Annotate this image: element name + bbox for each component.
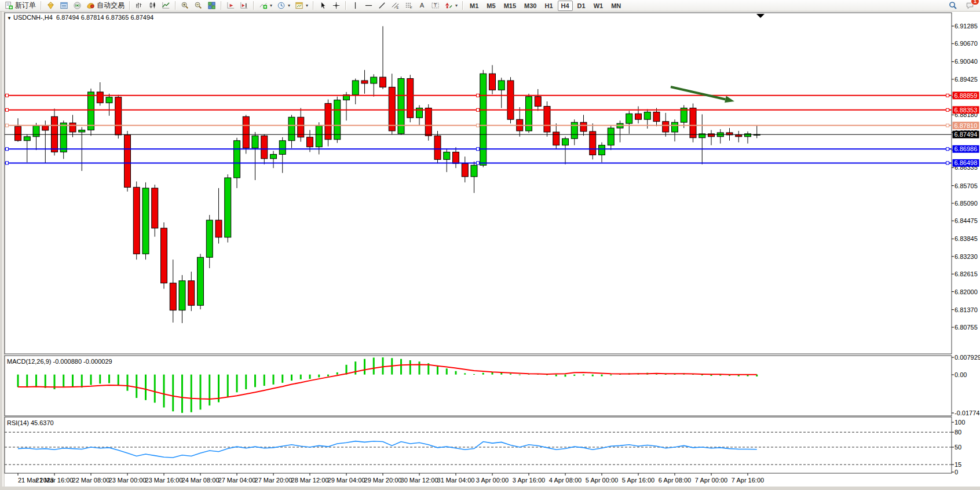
zoom-in-button[interactable] xyxy=(178,0,192,12)
macd-bar xyxy=(583,375,584,375)
zoom-out-button[interactable] xyxy=(192,0,205,12)
auto-trading-button[interactable]: 自动交易 xyxy=(84,0,127,12)
price-tick-label: 6.82000 xyxy=(955,288,978,295)
candle-bullish xyxy=(288,117,295,140)
timeframe-h1[interactable]: H1 xyxy=(541,1,556,11)
macd-bar xyxy=(181,375,183,413)
line-handle[interactable] xyxy=(6,124,9,127)
price-tick-label: 6.82615 xyxy=(955,270,978,277)
svg-text:6.86498: 6.86498 xyxy=(955,159,978,166)
chart-shift-icon xyxy=(240,1,248,10)
bar-chart-button[interactable] xyxy=(133,0,146,12)
candle-bullish xyxy=(60,123,67,152)
candle-bullish xyxy=(270,154,277,158)
zoom-out-icon xyxy=(194,1,203,10)
line-handle[interactable] xyxy=(946,108,949,111)
line-handle[interactable] xyxy=(6,94,9,97)
line-chart-button[interactable] xyxy=(159,0,173,12)
toolbar-separator xyxy=(253,1,254,10)
timeframe-w1[interactable]: W1 xyxy=(590,1,607,11)
line-chart-icon xyxy=(162,1,170,10)
line-handle[interactable] xyxy=(477,162,480,164)
candle-bearish xyxy=(489,74,496,90)
mid-line[interactable] xyxy=(5,124,952,127)
candle-bullish xyxy=(745,134,751,137)
support-line-1[interactable] xyxy=(5,148,952,151)
candle-bearish xyxy=(188,281,195,305)
signals-button[interactable] xyxy=(71,0,84,12)
candle-bearish xyxy=(535,97,541,107)
periods-button[interactable]: ▾ xyxy=(275,0,292,12)
search-icon xyxy=(949,1,957,10)
chart-shift-button[interactable] xyxy=(237,0,251,12)
search-button[interactable] xyxy=(946,0,960,12)
cursor-button[interactable] xyxy=(316,0,330,12)
timeframe-h4[interactable]: H4 xyxy=(558,1,573,11)
new-order-button[interactable]: 新订单 xyxy=(2,0,38,12)
trendline-button[interactable] xyxy=(375,0,389,12)
timeframe-m15[interactable]: M15 xyxy=(500,1,520,11)
line-handle[interactable] xyxy=(6,162,9,164)
timeframe-d1[interactable]: D1 xyxy=(574,1,589,11)
trend-arrow-annotation[interactable] xyxy=(671,87,734,103)
candle-bearish xyxy=(42,126,49,130)
line-handle[interactable] xyxy=(946,94,949,97)
symbol-dropdown-icon[interactable]: ▼ xyxy=(7,16,12,21)
notifications-button[interactable]: 1 xyxy=(963,0,977,12)
macd-bar xyxy=(35,375,37,387)
text-button[interactable]: A xyxy=(415,0,429,12)
panel-border xyxy=(5,13,952,354)
candle-bearish xyxy=(115,97,122,135)
candle-bullish xyxy=(599,145,605,155)
candle-bearish xyxy=(325,104,331,140)
svg-text:T: T xyxy=(434,2,437,8)
candle-bearish xyxy=(690,108,696,137)
time-tick-label: 28 Mar 12:00 xyxy=(291,477,329,484)
line-handle[interactable] xyxy=(946,124,949,127)
indicators-button[interactable]: ▾ xyxy=(257,0,275,12)
macd-bar xyxy=(108,375,110,383)
candlestick-chart-button[interactable] xyxy=(146,0,159,12)
line-handle[interactable] xyxy=(477,94,480,97)
macd-bar xyxy=(565,375,566,377)
text-label-button[interactable]: T xyxy=(429,0,442,12)
chart-shift-marker[interactable] xyxy=(756,14,765,18)
vertical-line-button[interactable] xyxy=(349,0,362,12)
fibonacci-button[interactable]: F xyxy=(402,0,415,12)
resistance-line-1[interactable] xyxy=(5,94,952,97)
macd-bar xyxy=(127,375,129,391)
resistance-line-2[interactable] xyxy=(5,108,952,111)
auto-trading-icon xyxy=(86,1,95,10)
macd-bar xyxy=(510,374,511,374)
support-line-2[interactable] xyxy=(5,162,952,164)
candle-bearish xyxy=(462,163,468,177)
line-handle[interactable] xyxy=(6,148,9,151)
line-handle[interactable] xyxy=(477,148,480,151)
tile-windows-button[interactable] xyxy=(205,0,218,12)
line-handle[interactable] xyxy=(477,124,480,127)
price-tick-label: 6.81370 xyxy=(955,306,978,313)
horizontal-line-button[interactable] xyxy=(362,0,375,12)
macd-bar xyxy=(245,375,247,389)
candle-bearish xyxy=(708,134,715,137)
timeframe-m1[interactable]: M1 xyxy=(466,1,482,11)
line-handle[interactable] xyxy=(477,108,480,111)
arrows-button[interactable]: ▾ xyxy=(442,0,460,12)
timeframe-m30[interactable]: M30 xyxy=(521,1,540,11)
templates-button[interactable]: ▾ xyxy=(292,0,310,12)
channel-button[interactable]: E xyxy=(389,0,402,12)
crosshair-button[interactable] xyxy=(330,0,343,12)
timeframe-m5[interactable]: M5 xyxy=(483,1,499,11)
chart-properties-button[interactable] xyxy=(44,0,57,12)
time-tick-label: 21 Mar 16:00 xyxy=(36,477,74,484)
macd-bar xyxy=(63,375,64,387)
data-window-button[interactable] xyxy=(57,0,71,12)
timeframe-mn[interactable]: MN xyxy=(608,1,624,11)
candle-bullish xyxy=(498,81,504,90)
line-handle[interactable] xyxy=(946,162,949,164)
line-handle[interactable] xyxy=(946,148,949,151)
candle-bearish xyxy=(389,87,395,131)
line-handle[interactable] xyxy=(6,108,9,111)
auto-scroll-button[interactable] xyxy=(224,0,237,12)
toolbar-separator xyxy=(313,1,314,10)
